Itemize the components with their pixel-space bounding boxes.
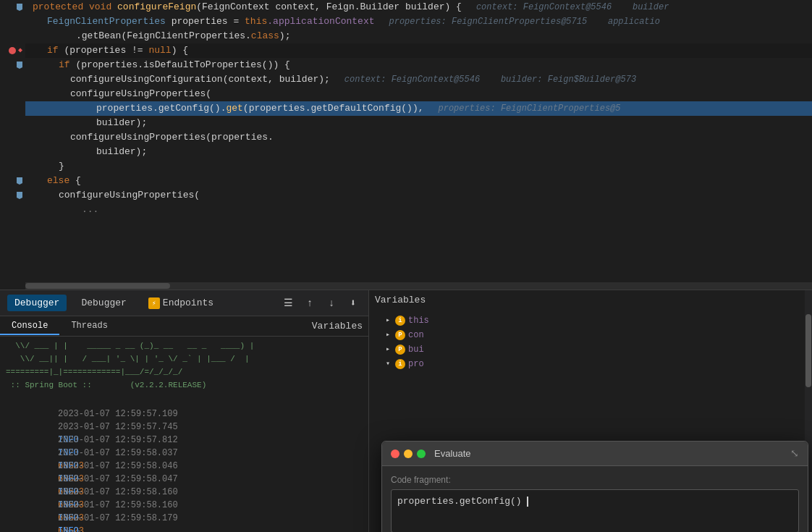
code-token: ) {	[172, 43, 188, 58]
code-token: }	[59, 159, 64, 174]
code-token: configureUsingProperties(properties.	[70, 130, 274, 145]
field-icon: i	[395, 316, 405, 326]
code-line-8: properties.getConfig().get(properties.ge…	[25, 101, 812, 116]
code-token: if	[47, 43, 59, 58]
evaluate-dialog: Evaluate ⤡ Code fragment: properties.get…	[381, 441, 808, 532]
code-editor: ◆ protected void configureFeig	[0, 0, 812, 290]
code-token: configureUsingProperties(	[59, 188, 200, 203]
editor-scrollbar[interactable]	[25, 282, 812, 290]
code-token: null	[148, 43, 171, 58]
expand-bui-arrow[interactable]	[384, 345, 392, 354]
var-pro[interactable]: i pro	[369, 357, 812, 371]
code-token: properties.getConfig().	[96, 101, 226, 116]
spring-banner-3: =========|_|============|___/=/_/_/_/	[3, 366, 365, 379]
tab-endpoints[interactable]: ⚡ Endpoints	[141, 295, 221, 312]
minimize-button[interactable]	[404, 449, 413, 458]
bookmark-icon-1	[17, 4, 22, 11]
code-token: this	[245, 14, 267, 29]
tab-actions: ☰ ↑ ↓ ⬇	[280, 295, 361, 311]
debug-left-panel: Debugger Debugger ⚡ Endpoints ☰ ↑ ↓ ⬇ Co…	[0, 290, 369, 532]
breakpoint-dot-1	[9, 47, 16, 54]
spring-banner-4: :: Spring Boot :: (v2.2.2.RELEASE)	[3, 379, 365, 392]
code-line-15: ...	[25, 203, 812, 217]
dialog-body: Code fragment: properties.getConfig() Us…	[382, 466, 808, 532]
code-fragment-input[interactable]: properties.getConfig()	[391, 489, 799, 532]
code-token: class	[251, 29, 279, 43]
inline-hint-6: context: FeignContext@5546 builder: Feig…	[344, 72, 636, 87]
gutter-line-14	[17, 188, 22, 203]
code-token: (properties !=	[59, 43, 149, 58]
code-line-13: else {	[25, 174, 812, 188]
inline-hint-8: properties: FeignClientProperties@5	[438, 101, 620, 116]
code-token: configureUsingProperties(	[70, 87, 211, 101]
sub-tab-threads[interactable]: Threads	[59, 318, 119, 335]
expand-this-arrow[interactable]	[384, 316, 392, 325]
bookmark-icon-3	[17, 177, 22, 185]
down-btn[interactable]: ↓	[323, 295, 339, 311]
variables-label: Variables	[312, 321, 363, 332]
editor-scrollbar-thumb[interactable]	[25, 283, 170, 289]
expand-con-arrow[interactable]	[384, 331, 392, 339]
gutter-line-13	[17, 174, 22, 188]
code-line-11: builder);	[25, 145, 812, 159]
code-token: protected	[33, 0, 89, 14]
code-token: builder);	[96, 116, 147, 130]
code-token: (properties.getDefaultConfig()),	[243, 101, 424, 116]
console-actions: Variables	[312, 321, 368, 332]
bookmark-icon-4	[17, 192, 22, 199]
var-label-2: con	[408, 328, 424, 342]
dialog-title: Evaluate	[434, 448, 471, 459]
spring-banner-1: \\/ ___ | | _____ _ __ (_)_ __ __ _ ____…	[3, 339, 365, 352]
cursor	[527, 497, 528, 507]
code-token: (properties.isDefaultToProperties()) {	[70, 58, 290, 72]
close-button[interactable]	[391, 449, 399, 458]
var-label-3: bui	[408, 342, 424, 357]
code-token: configureUsingConfiguration(context, bui…	[70, 72, 330, 87]
var-label-4: pro	[408, 357, 424, 371]
code-fragment-label: Code fragment:	[391, 475, 799, 485]
traffic-lights	[391, 449, 426, 458]
breakpoint-indicator: ◆	[18, 43, 22, 58]
gutter: ◆	[0, 0, 25, 290]
code-line-7: configureUsingProperties(	[25, 87, 812, 101]
var-con[interactable]: P con	[369, 328, 812, 342]
code-token: );	[279, 29, 291, 43]
bookmark-icon-2	[17, 62, 22, 69]
console-output: \\/ ___ | | _____ _ __ (_)_ __ __ _ ____…	[0, 337, 368, 532]
variables-header: Variables	[369, 290, 812, 311]
gutter-line-1	[17, 0, 22, 14]
code-line-3: .getBean(FeignClientProperties.class);	[25, 29, 812, 43]
tab-debugger-2[interactable]: Debugger	[74, 295, 133, 311]
code-token: configureFeign	[117, 0, 196, 14]
field-icon-2: P	[395, 330, 405, 340]
code-line-14: configureUsingProperties(	[25, 188, 812, 203]
code-line-5: if (properties.isDefaultToProperties()) …	[25, 58, 812, 72]
code-token: ...	[82, 203, 98, 217]
code-token: .applicationContext	[267, 14, 374, 29]
filter-btn[interactable]: ☰	[280, 295, 296, 311]
right-scrollbar-thumb[interactable]	[805, 314, 811, 387]
var-bui[interactable]: P bui	[369, 342, 812, 357]
code-token: if	[59, 58, 70, 72]
code-line-10: configureUsingProperties(properties.	[25, 130, 812, 145]
expand-pro-arrow[interactable]	[384, 360, 392, 368]
code-line-6: configureUsingConfiguration(context, bui…	[25, 72, 812, 87]
main-container: ◆ protected void configureFeig	[0, 0, 812, 532]
up-btn[interactable]: ↑	[302, 295, 318, 311]
spring-banner-2: \\/ __|| | / ___| '_ \| | '_ \/ _` | |__…	[3, 352, 365, 366]
var-label: this	[408, 313, 429, 328]
log-line-1: 2023-01-07 12:59:57.109 INFO 68523 ---	[3, 394, 365, 408]
tab-debugger-1[interactable]: Debugger	[7, 295, 67, 311]
inline-hint-2: properties: FeignClientProperties@5715 a…	[389, 14, 660, 29]
var-this[interactable]: i this	[369, 313, 812, 328]
sub-tabs: Console Threads Variables	[0, 316, 368, 337]
down2-btn[interactable]: ⬇	[345, 295, 361, 311]
code-token: properties =	[172, 14, 245, 29]
code-token: {	[69, 174, 81, 188]
maximize-button[interactable]	[417, 449, 426, 458]
gutter-line-5	[17, 58, 22, 72]
code-token: (FeignContext context, Feign.Builder bui…	[196, 0, 462, 14]
code-line-4: if (properties != null) {	[25, 43, 812, 58]
dialog-expand-btn[interactable]: ⤡	[790, 447, 799, 460]
sub-tab-console[interactable]: Console	[0, 318, 59, 335]
